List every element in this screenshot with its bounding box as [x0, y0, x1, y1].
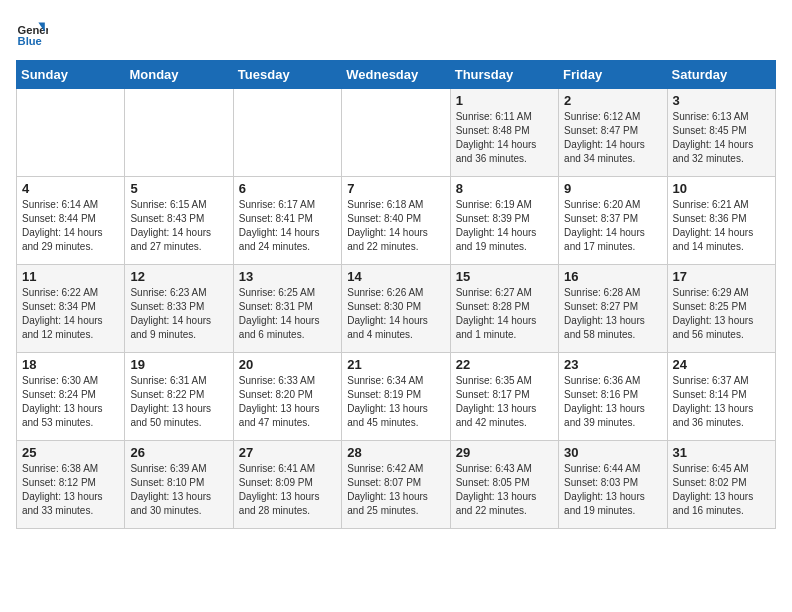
- day-number: 5: [130, 181, 227, 196]
- day-info: Sunrise: 6:29 AM Sunset: 8:25 PM Dayligh…: [673, 286, 770, 342]
- page-header: General Blue: [16, 16, 776, 48]
- calendar-cell: 9Sunrise: 6:20 AM Sunset: 8:37 PM Daylig…: [559, 177, 667, 265]
- col-header-monday: Monday: [125, 61, 233, 89]
- calendar-cell: 15Sunrise: 6:27 AM Sunset: 8:28 PM Dayli…: [450, 265, 558, 353]
- calendar-header-row: SundayMondayTuesdayWednesdayThursdayFrid…: [17, 61, 776, 89]
- day-number: 15: [456, 269, 553, 284]
- calendar-week-row: 18Sunrise: 6:30 AM Sunset: 8:24 PM Dayli…: [17, 353, 776, 441]
- day-info: Sunrise: 6:28 AM Sunset: 8:27 PM Dayligh…: [564, 286, 661, 342]
- day-number: 14: [347, 269, 444, 284]
- calendar-cell: 16Sunrise: 6:28 AM Sunset: 8:27 PM Dayli…: [559, 265, 667, 353]
- calendar-week-row: 11Sunrise: 6:22 AM Sunset: 8:34 PM Dayli…: [17, 265, 776, 353]
- day-number: 3: [673, 93, 770, 108]
- col-header-tuesday: Tuesday: [233, 61, 341, 89]
- calendar-week-row: 25Sunrise: 6:38 AM Sunset: 8:12 PM Dayli…: [17, 441, 776, 529]
- calendar-cell: 28Sunrise: 6:42 AM Sunset: 8:07 PM Dayli…: [342, 441, 450, 529]
- calendar-cell: [125, 89, 233, 177]
- day-info: Sunrise: 6:25 AM Sunset: 8:31 PM Dayligh…: [239, 286, 336, 342]
- calendar-cell: 8Sunrise: 6:19 AM Sunset: 8:39 PM Daylig…: [450, 177, 558, 265]
- calendar-cell: 12Sunrise: 6:23 AM Sunset: 8:33 PM Dayli…: [125, 265, 233, 353]
- day-info: Sunrise: 6:14 AM Sunset: 8:44 PM Dayligh…: [22, 198, 119, 254]
- day-number: 29: [456, 445, 553, 460]
- day-number: 24: [673, 357, 770, 372]
- calendar-cell: 20Sunrise: 6:33 AM Sunset: 8:20 PM Dayli…: [233, 353, 341, 441]
- calendar-cell: 11Sunrise: 6:22 AM Sunset: 8:34 PM Dayli…: [17, 265, 125, 353]
- calendar-cell: 6Sunrise: 6:17 AM Sunset: 8:41 PM Daylig…: [233, 177, 341, 265]
- logo-icon: General Blue: [16, 16, 48, 48]
- calendar-cell: 21Sunrise: 6:34 AM Sunset: 8:19 PM Dayli…: [342, 353, 450, 441]
- day-number: 12: [130, 269, 227, 284]
- day-number: 6: [239, 181, 336, 196]
- day-info: Sunrise: 6:38 AM Sunset: 8:12 PM Dayligh…: [22, 462, 119, 518]
- col-header-thursday: Thursday: [450, 61, 558, 89]
- svg-text:Blue: Blue: [18, 35, 42, 47]
- day-info: Sunrise: 6:21 AM Sunset: 8:36 PM Dayligh…: [673, 198, 770, 254]
- calendar-cell: 10Sunrise: 6:21 AM Sunset: 8:36 PM Dayli…: [667, 177, 775, 265]
- day-info: Sunrise: 6:31 AM Sunset: 8:22 PM Dayligh…: [130, 374, 227, 430]
- day-number: 19: [130, 357, 227, 372]
- calendar-cell: 3Sunrise: 6:13 AM Sunset: 8:45 PM Daylig…: [667, 89, 775, 177]
- day-number: 28: [347, 445, 444, 460]
- day-info: Sunrise: 6:22 AM Sunset: 8:34 PM Dayligh…: [22, 286, 119, 342]
- calendar-cell: 22Sunrise: 6:35 AM Sunset: 8:17 PM Dayli…: [450, 353, 558, 441]
- calendar-cell: 31Sunrise: 6:45 AM Sunset: 8:02 PM Dayli…: [667, 441, 775, 529]
- day-number: 9: [564, 181, 661, 196]
- day-info: Sunrise: 6:13 AM Sunset: 8:45 PM Dayligh…: [673, 110, 770, 166]
- calendar-cell: [342, 89, 450, 177]
- day-info: Sunrise: 6:41 AM Sunset: 8:09 PM Dayligh…: [239, 462, 336, 518]
- calendar-cell: 5Sunrise: 6:15 AM Sunset: 8:43 PM Daylig…: [125, 177, 233, 265]
- day-number: 1: [456, 93, 553, 108]
- calendar-cell: 2Sunrise: 6:12 AM Sunset: 8:47 PM Daylig…: [559, 89, 667, 177]
- day-number: 4: [22, 181, 119, 196]
- calendar-cell: 23Sunrise: 6:36 AM Sunset: 8:16 PM Dayli…: [559, 353, 667, 441]
- calendar-cell: 24Sunrise: 6:37 AM Sunset: 8:14 PM Dayli…: [667, 353, 775, 441]
- col-header-sunday: Sunday: [17, 61, 125, 89]
- day-info: Sunrise: 6:27 AM Sunset: 8:28 PM Dayligh…: [456, 286, 553, 342]
- day-number: 11: [22, 269, 119, 284]
- day-number: 22: [456, 357, 553, 372]
- day-info: Sunrise: 6:15 AM Sunset: 8:43 PM Dayligh…: [130, 198, 227, 254]
- day-info: Sunrise: 6:44 AM Sunset: 8:03 PM Dayligh…: [564, 462, 661, 518]
- day-number: 31: [673, 445, 770, 460]
- day-info: Sunrise: 6:43 AM Sunset: 8:05 PM Dayligh…: [456, 462, 553, 518]
- day-info: Sunrise: 6:18 AM Sunset: 8:40 PM Dayligh…: [347, 198, 444, 254]
- col-header-friday: Friday: [559, 61, 667, 89]
- day-number: 20: [239, 357, 336, 372]
- day-info: Sunrise: 6:26 AM Sunset: 8:30 PM Dayligh…: [347, 286, 444, 342]
- calendar-cell: 30Sunrise: 6:44 AM Sunset: 8:03 PM Dayli…: [559, 441, 667, 529]
- calendar-table: SundayMondayTuesdayWednesdayThursdayFrid…: [16, 60, 776, 529]
- calendar-cell: 7Sunrise: 6:18 AM Sunset: 8:40 PM Daylig…: [342, 177, 450, 265]
- col-header-saturday: Saturday: [667, 61, 775, 89]
- day-number: 7: [347, 181, 444, 196]
- calendar-cell: 14Sunrise: 6:26 AM Sunset: 8:30 PM Dayli…: [342, 265, 450, 353]
- day-info: Sunrise: 6:35 AM Sunset: 8:17 PM Dayligh…: [456, 374, 553, 430]
- calendar-cell: 1Sunrise: 6:11 AM Sunset: 8:48 PM Daylig…: [450, 89, 558, 177]
- day-number: 17: [673, 269, 770, 284]
- day-info: Sunrise: 6:23 AM Sunset: 8:33 PM Dayligh…: [130, 286, 227, 342]
- day-number: 27: [239, 445, 336, 460]
- day-info: Sunrise: 6:45 AM Sunset: 8:02 PM Dayligh…: [673, 462, 770, 518]
- day-number: 10: [673, 181, 770, 196]
- calendar-cell: 19Sunrise: 6:31 AM Sunset: 8:22 PM Dayli…: [125, 353, 233, 441]
- calendar-cell: 26Sunrise: 6:39 AM Sunset: 8:10 PM Dayli…: [125, 441, 233, 529]
- logo: General Blue: [16, 16, 52, 48]
- day-info: Sunrise: 6:30 AM Sunset: 8:24 PM Dayligh…: [22, 374, 119, 430]
- calendar-cell: 18Sunrise: 6:30 AM Sunset: 8:24 PM Dayli…: [17, 353, 125, 441]
- col-header-wednesday: Wednesday: [342, 61, 450, 89]
- calendar-cell: 29Sunrise: 6:43 AM Sunset: 8:05 PM Dayli…: [450, 441, 558, 529]
- calendar-cell: 17Sunrise: 6:29 AM Sunset: 8:25 PM Dayli…: [667, 265, 775, 353]
- day-number: 26: [130, 445, 227, 460]
- day-info: Sunrise: 6:42 AM Sunset: 8:07 PM Dayligh…: [347, 462, 444, 518]
- calendar-cell: [17, 89, 125, 177]
- day-info: Sunrise: 6:36 AM Sunset: 8:16 PM Dayligh…: [564, 374, 661, 430]
- calendar-cell: 27Sunrise: 6:41 AM Sunset: 8:09 PM Dayli…: [233, 441, 341, 529]
- calendar-week-row: 4Sunrise: 6:14 AM Sunset: 8:44 PM Daylig…: [17, 177, 776, 265]
- day-number: 2: [564, 93, 661, 108]
- day-info: Sunrise: 6:20 AM Sunset: 8:37 PM Dayligh…: [564, 198, 661, 254]
- day-info: Sunrise: 6:33 AM Sunset: 8:20 PM Dayligh…: [239, 374, 336, 430]
- calendar-cell: 4Sunrise: 6:14 AM Sunset: 8:44 PM Daylig…: [17, 177, 125, 265]
- calendar-cell: 25Sunrise: 6:38 AM Sunset: 8:12 PM Dayli…: [17, 441, 125, 529]
- calendar-cell: 13Sunrise: 6:25 AM Sunset: 8:31 PM Dayli…: [233, 265, 341, 353]
- day-number: 25: [22, 445, 119, 460]
- calendar-week-row: 1Sunrise: 6:11 AM Sunset: 8:48 PM Daylig…: [17, 89, 776, 177]
